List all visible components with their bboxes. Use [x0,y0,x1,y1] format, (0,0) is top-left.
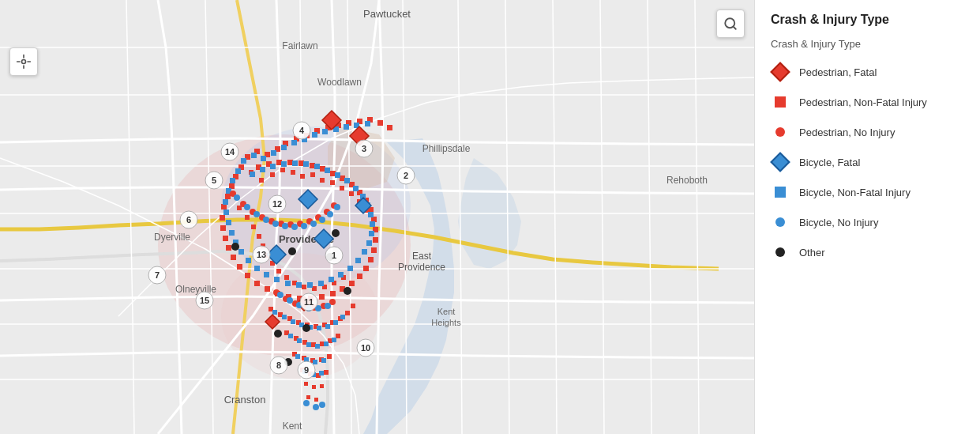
svg-rect-187 [272,310,277,315]
svg-rect-56 [363,266,369,271]
svg-rect-173 [368,212,374,217]
svg-rect-158 [254,266,260,271]
svg-rect-57 [368,257,374,262]
legend-icon-other [771,243,790,262]
svg-text:Olneyville: Olneyville [175,284,216,295]
svg-rect-180 [314,164,320,169]
svg-text:Cranston: Cranston [224,394,266,406]
svg-rect-91 [257,234,261,239]
svg-rect-204 [313,360,317,364]
svg-rect-168 [355,258,361,263]
svg-point-236 [234,194,240,201]
legend-icon-ped-fatal [771,62,790,81]
legend-item-other: Other [771,243,964,262]
svg-rect-69 [310,163,315,168]
svg-rect-79 [291,170,295,175]
svg-rect-137 [261,156,266,161]
svg-rect-113 [351,304,355,308]
svg-rect-55 [357,274,362,279]
svg-rect-193 [325,324,330,329]
legend-label-bike-noinjury: Bicycle, No Injury [799,217,878,228]
legend-icon-ped-nonfatal [771,92,790,111]
svg-point-237 [244,204,250,210]
svg-point-253 [325,303,331,309]
svg-rect-143 [322,129,328,134]
svg-rect-41 [226,245,231,251]
svg-rect-83 [330,180,335,185]
legend-label-bike-nonfatal: Bicycle, Non-Fatal Injury [799,187,911,198]
svg-rect-72 [276,160,282,165]
svg-rect-135 [241,158,246,164]
svg-rect-40 [223,236,228,241]
svg-rect-89 [245,215,250,220]
svg-text:1: 1 [332,251,336,260]
svg-rect-202 [295,354,300,359]
svg-rect-205 [321,358,326,363]
svg-text:9: 9 [304,365,309,375]
svg-rect-145 [344,124,349,130]
svg-rect-77 [270,172,275,177]
svg-point-247 [334,204,340,210]
compass-button[interactable] [9,47,38,76]
svg-rect-184 [270,164,276,169]
svg-rect-201 [332,338,336,342]
svg-rect-46 [265,286,270,292]
svg-rect-134 [314,398,318,402]
legend-label-bike-fatal: Bicycle, Fatal [799,157,860,168]
svg-point-261 [231,243,239,251]
svg-text:6: 6 [186,215,191,225]
svg-rect-160 [274,277,280,282]
svg-point-240 [272,221,279,227]
svg-rect-66 [340,175,345,181]
svg-text:2: 2 [404,171,408,180]
svg-rect-147 [365,121,370,126]
svg-rect-170 [366,240,372,246]
svg-rect-98 [302,285,306,289]
svg-rect-159 [264,272,269,277]
svg-text:Kent: Kent [283,421,302,432]
svg-rect-78 [280,168,285,172]
svg-rect-131 [312,385,316,389]
svg-rect-165 [329,277,334,282]
svg-point-238 [253,211,260,217]
svg-rect-68 [320,166,325,172]
svg-rect-31 [377,120,383,126]
svg-rect-198 [306,342,311,347]
svg-rect-185 [260,167,265,172]
svg-rect-36 [225,194,231,199]
svg-text:Fairlawn: Fairlawn [282,40,317,51]
svg-rect-76 [259,178,264,183]
svg-point-248 [277,292,283,298]
svg-rect-179 [325,168,330,173]
svg-rect-186 [250,172,255,177]
svg-rect-163 [307,282,313,288]
svg-point-245 [319,217,325,223]
svg-rect-112 [345,311,350,315]
svg-point-241 [282,223,288,229]
svg-rect-182 [292,160,298,166]
legend-item-bike-fatal: Bicycle, Fatal [771,153,964,172]
search-button[interactable] [716,9,745,38]
legend-label-other: Other [799,247,825,259]
legend-panel: Crash & Injury Type Crash & Injury Type … [754,0,980,434]
svg-rect-129 [324,370,329,375]
svg-rect-85 [349,191,354,196]
svg-rect-156 [238,249,244,255]
svg-point-258 [302,324,310,332]
svg-text:15: 15 [200,296,209,305]
svg-rect-133 [306,395,310,399]
svg-rect-177 [344,178,350,183]
svg-rect-82 [320,178,325,183]
svg-rect-35 [229,183,235,189]
svg-text:7: 7 [155,270,160,280]
legend-item-bike-noinjury: Bicycle, No Injury [771,213,964,232]
svg-point-263 [344,287,351,295]
svg-text:Kent: Kent [437,307,456,316]
svg-rect-138 [271,150,276,156]
legend-item-ped-nonfatal: Pedestrian, Non-Fatal Injury [771,92,964,111]
svg-rect-197 [297,338,302,343]
svg-text:Dyerville: Dyerville [154,232,190,243]
svg-rect-45 [254,281,260,286]
svg-rect-130 [304,382,308,386]
svg-text:14: 14 [225,147,235,157]
